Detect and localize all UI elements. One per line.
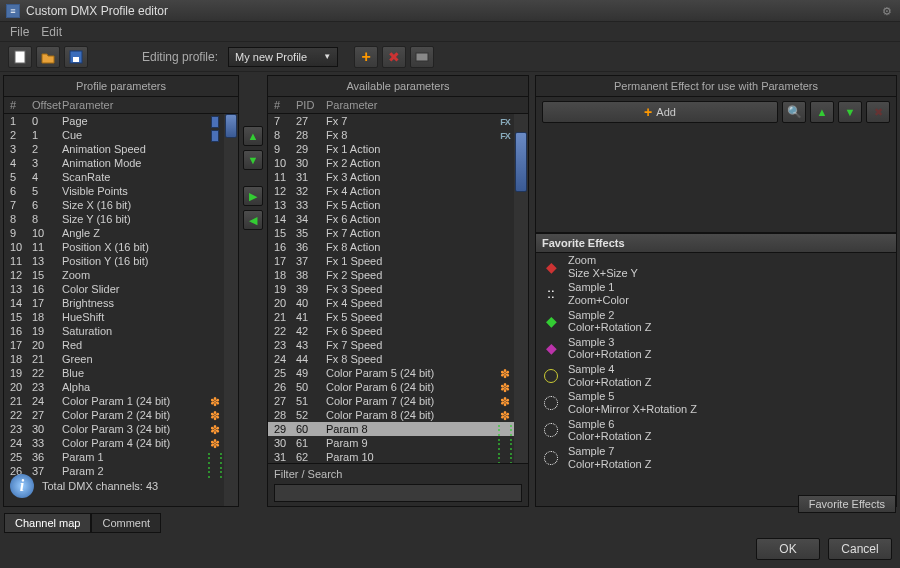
list-item[interactable]: 1737Fx 1 Speed: [268, 254, 528, 268]
list-item[interactable]: 1838Fx 2 Speed: [268, 268, 528, 282]
list-item[interactable]: 2124Color Param 1 (24 bit)✽: [4, 394, 238, 408]
favorite-effect-item[interactable]: Sample 5Color+Mirror X+Rotation Z: [536, 389, 896, 416]
menubar: File Edit: [0, 22, 900, 42]
new-button[interactable]: [8, 46, 32, 68]
list-item[interactable]: 2549Color Param 5 (24 bit)✽: [268, 366, 528, 380]
add-effect-button[interactable]: + Add: [542, 101, 778, 123]
list-item[interactable]: 828Fx 8FX: [268, 128, 528, 142]
effect-icon: ◆: [542, 258, 560, 276]
list-item[interactable]: 21Cue: [4, 128, 238, 142]
window-settings-icon[interactable]: ⚙: [882, 5, 894, 17]
list-item[interactable]: 1215Zoom: [4, 268, 238, 282]
favorite-effect-item[interactable]: • •• •Sample 1Zoom+Color: [536, 280, 896, 307]
save-button[interactable]: [64, 46, 88, 68]
list-item[interactable]: 1131Fx 3 Action: [268, 170, 528, 184]
list-item[interactable]: 1030Fx 2 Action: [268, 156, 528, 170]
remove-from-profile-button[interactable]: ◀: [243, 210, 263, 230]
list-item[interactable]: 1333Fx 5 Action: [268, 198, 528, 212]
list-item[interactable]: 1821Green: [4, 352, 238, 366]
list-item[interactable]: 2650Color Param 6 (24 bit)✽: [268, 380, 528, 394]
list-item[interactable]: 1636Fx 8 Action: [268, 240, 528, 254]
list-item[interactable]: 76Size X (16 bit): [4, 198, 238, 212]
list-item[interactable]: 2023Alpha: [4, 380, 238, 394]
move-down-button[interactable]: ▼: [243, 150, 263, 170]
available-params-list[interactable]: 727Fx 7FX828Fx 8FX929Fx 1 Action1030Fx 2…: [268, 114, 528, 463]
favorite-effect-item[interactable]: Sample 6Color+Rotation Z: [536, 417, 896, 444]
list-item[interactable]: 32Animation Speed: [4, 142, 238, 156]
list-item[interactable]: 2960Param 8⋮⋮: [268, 422, 528, 436]
list-item[interactable]: 54ScanRate: [4, 170, 238, 184]
list-item[interactable]: 2330Color Param 3 (24 bit)✽: [4, 422, 238, 436]
move-up-button[interactable]: ▲: [243, 126, 263, 146]
list-item[interactable]: 2040Fx 4 Speed: [268, 296, 528, 310]
list-item[interactable]: 1316Color Slider: [4, 282, 238, 296]
list-item[interactable]: 1720Red: [4, 338, 238, 352]
cancel-button[interactable]: Cancel: [828, 538, 892, 560]
list-item[interactable]: 1232Fx 4 Action: [268, 184, 528, 198]
list-item[interactable]: 3162Param 10⋮⋮: [268, 450, 528, 463]
list-item[interactable]: 1113Position Y (16 bit): [4, 254, 238, 268]
list-item[interactable]: 910Angle Z: [4, 226, 238, 240]
row-index: 24: [274, 353, 296, 365]
favorite-effect-item[interactable]: Sample 7Color+Rotation Z: [536, 444, 896, 471]
list-item[interactable]: 1011Position X (16 bit): [4, 240, 238, 254]
list-item[interactable]: 727Fx 7FX: [268, 114, 528, 128]
effect-up-button[interactable]: ▲: [810, 101, 834, 123]
add-to-profile-button[interactable]: ▶: [243, 186, 263, 206]
list-item[interactable]: 2141Fx 5 Speed: [268, 310, 528, 324]
arrow-down-icon: ▼: [845, 106, 856, 118]
favorite-effect-item[interactable]: ◆Sample 2Color+Rotation Z: [536, 308, 896, 335]
delete-profile-button[interactable]: ✖: [382, 46, 406, 68]
effect-sub: Color+Rotation Z: [568, 458, 651, 471]
effect-down-button[interactable]: ▼: [838, 101, 862, 123]
filter-input[interactable]: [274, 484, 522, 502]
list-item[interactable]: 2751Color Param 7 (24 bit)✽: [268, 394, 528, 408]
favorite-effect-item[interactable]: Sample 4Color+Rotation Z: [536, 362, 896, 389]
settings-button[interactable]: [410, 46, 434, 68]
list-item[interactable]: 3061Param 9⋮⋮: [268, 436, 528, 450]
scroll-thumb[interactable]: [225, 114, 237, 138]
list-item[interactable]: 2852Color Param 8 (24 bit)✽: [268, 408, 528, 422]
delete-effect-button[interactable]: ✖: [866, 101, 890, 123]
tab-channel-map[interactable]: Channel map: [4, 513, 91, 533]
list-item[interactable]: 2343Fx 7 Speed: [268, 338, 528, 352]
chevron-down-icon: ▼: [323, 52, 331, 61]
ok-button[interactable]: OK: [756, 538, 820, 560]
list-item[interactable]: 65Visible Points: [4, 184, 238, 198]
scroll-thumb[interactable]: [515, 132, 527, 192]
list-item[interactable]: 2536Param 1⋮⋮: [4, 450, 238, 464]
menu-edit[interactable]: Edit: [41, 25, 62, 39]
list-item[interactable]: 43Animation Mode: [4, 156, 238, 170]
profile-params-list[interactable]: 10Page21Cue32Animation Speed43Animation …: [4, 114, 238, 506]
list-item[interactable]: 1922Blue: [4, 366, 238, 380]
list-item[interactable]: 1939Fx 3 Speed: [268, 282, 528, 296]
list-item[interactable]: 1417Brightness: [4, 296, 238, 310]
tab-comment[interactable]: Comment: [91, 513, 161, 533]
favorite-effects-list[interactable]: ◆ZoomSize X+Size Y• •• •Sample 1Zoom+Col…: [536, 253, 896, 471]
list-item[interactable]: 2433Color Param 4 (24 bit)✽: [4, 436, 238, 450]
tab-favorite-effects[interactable]: Favorite Effects: [798, 495, 896, 513]
list-item[interactable]: 1535Fx 7 Action: [268, 226, 528, 240]
list-item[interactable]: 929Fx 1 Action: [268, 142, 528, 156]
list-item[interactable]: 88Size Y (16 bit): [4, 212, 238, 226]
search-effect-button[interactable]: 🔍: [782, 101, 806, 123]
effect-sub: Zoom+Color: [568, 294, 629, 307]
list-item[interactable]: 10Page: [4, 114, 238, 128]
list-item[interactable]: 1518HueShift: [4, 310, 238, 324]
add-profile-button[interactable]: +: [354, 46, 378, 68]
menu-file[interactable]: File: [10, 25, 29, 39]
scrollbar[interactable]: [514, 114, 528, 463]
favorite-effect-item[interactable]: ◆ZoomSize X+Size Y: [536, 253, 896, 280]
list-item[interactable]: 1619Saturation: [4, 324, 238, 338]
favorite-effect-item[interactable]: ◆Sample 3Color+Rotation Z: [536, 335, 896, 362]
profile-select[interactable]: My new Profile ▼: [228, 47, 338, 67]
row-param: Fx 1 Action: [326, 143, 522, 155]
open-button[interactable]: [36, 46, 60, 68]
list-item[interactable]: 2227Color Param 2 (24 bit)✽: [4, 408, 238, 422]
search-icon: 🔍: [787, 105, 802, 119]
list-item[interactable]: 1434Fx 6 Action: [268, 212, 528, 226]
list-item[interactable]: 2444Fx 8 Speed: [268, 352, 528, 366]
row-param: Size X (16 bit): [62, 199, 232, 211]
list-item[interactable]: 2242Fx 6 Speed: [268, 324, 528, 338]
scrollbar[interactable]: [224, 114, 238, 506]
